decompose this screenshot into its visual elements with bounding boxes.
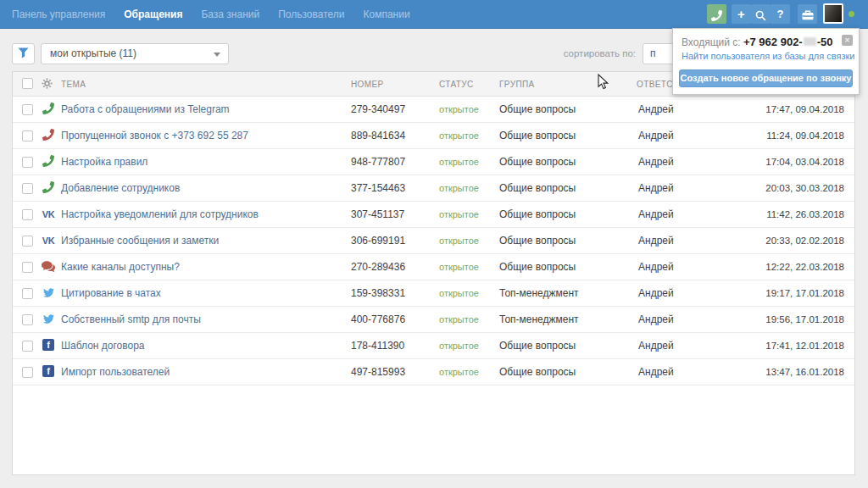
- ticket-assignee: Андрей: [638, 333, 674, 358]
- search-button[interactable]: [751, 4, 771, 24]
- row-checkbox[interactable]: [22, 157, 33, 168]
- ticket-date: 19:17, 17.01.2018: [765, 280, 844, 306]
- main-nav: Панель управленияОбращенияБаза знанийПол…: [12, 0, 410, 28]
- ticket-group: Общие вопросы: [499, 149, 576, 175]
- nav-item[interactable]: База знаний: [201, 8, 259, 20]
- ticket-row[interactable]: Добавление сотрудников377-154463открытое…: [13, 175, 854, 202]
- nav-item[interactable]: Компании: [364, 8, 410, 20]
- ticket-row[interactable]: fИмпорт пользователей497-815993открытоеО…: [13, 359, 854, 385]
- ticket-assignee: Андрей: [638, 97, 674, 122]
- row-checkbox[interactable]: [22, 314, 33, 325]
- row-checkbox[interactable]: [22, 288, 33, 299]
- ticket-row[interactable]: Цитирование в чатах159-398331открытоеТоп…: [13, 280, 854, 307]
- nav-item[interactable]: Панель управления: [12, 8, 105, 20]
- ticket-number: 178-411390: [351, 333, 404, 358]
- header-group[interactable]: ГРУППА: [499, 80, 535, 89]
- ticket-row[interactable]: Пропущенной звонок с +373 692 55 287889-…: [13, 123, 854, 149]
- channel-icon-cell: [40, 175, 57, 201]
- ticket-topic-link[interactable]: Шаблон договора: [61, 333, 145, 358]
- ticket-group: Общие вопросы: [499, 97, 576, 122]
- row-checkbox[interactable]: [22, 130, 33, 141]
- ticket-number: 400-776876: [351, 307, 405, 332]
- organization-button[interactable]: [798, 4, 817, 24]
- select-all-checkbox[interactable]: [22, 78, 33, 89]
- ticket-topic-link[interactable]: Работа с обращениями из Telegram: [61, 97, 230, 122]
- channel-icon-cell: [40, 97, 57, 122]
- nav-item[interactable]: Пользователи: [278, 8, 344, 20]
- search-icon: [755, 10, 766, 21]
- channel-icon-cell: f: [40, 359, 57, 385]
- header-status[interactable]: СТАТУС: [439, 80, 474, 89]
- gear-icon[interactable]: [42, 78, 53, 89]
- row-checkbox[interactable]: [22, 104, 33, 115]
- ticket-topic-link[interactable]: Цитирование в чатах: [61, 280, 161, 306]
- ticket-group: Общие вопросы: [499, 333, 576, 358]
- ticket-topic-link[interactable]: Какие каналы доступны?: [61, 254, 180, 280]
- ticket-number: 307-451137: [351, 202, 404, 227]
- incoming-call-line: Входящий с: +7 962 902--50: [682, 36, 833, 48]
- ticket-number: 948-777807: [351, 149, 405, 175]
- ticket-status: открытое: [439, 359, 479, 385]
- ticket-row[interactable]: Настройка правил948-777807открытоеОбщие …: [13, 149, 854, 175]
- ticket-topic-link[interactable]: Добавление сотрудников: [61, 175, 180, 201]
- phone-incoming-icon: [42, 181, 54, 193]
- ticket-assignee: Андрей: [638, 149, 674, 175]
- ticket-row[interactable]: Работа с обращениями из Telegram279-3404…: [13, 97, 854, 123]
- ticket-date: 17:41, 12.01.2018: [765, 333, 844, 358]
- ticket-date: 12:22, 22.03.2018: [765, 254, 844, 280]
- create-ticket-from-call-button[interactable]: Создать новое обращение по звонку: [679, 69, 853, 87]
- ticket-row[interactable]: VKИзбранные сообщения и заметки306-69919…: [13, 228, 854, 254]
- ticket-number: 279-340497: [351, 97, 405, 122]
- phone-incoming-icon: [42, 103, 54, 114]
- user-avatar[interactable]: [823, 3, 843, 24]
- help-button[interactable]: ?: [771, 4, 790, 24]
- ticket-group: Общие вопросы: [499, 359, 576, 385]
- ticket-topic-link[interactable]: Настройка уведомлений для сотрудников: [61, 202, 259, 227]
- ticket-number: 159-398331: [351, 280, 405, 306]
- ticket-status: открытое: [439, 333, 479, 358]
- view-filter-dropdown[interactable]: мои открытые (11): [41, 43, 229, 64]
- nav-item[interactable]: Обращения: [124, 8, 182, 20]
- ticket-status: открытое: [439, 228, 479, 253]
- channel-icon-cell: [40, 280, 57, 306]
- header-topic[interactable]: ТЕМА: [61, 80, 86, 89]
- close-icon[interactable]: ×: [842, 35, 853, 46]
- ticket-assignee: Андрей: [638, 280, 674, 306]
- ticket-topic-link[interactable]: Импорт пользователей: [61, 359, 170, 385]
- row-checkbox[interactable]: [22, 236, 33, 247]
- ticket-assignee: Андрей: [638, 254, 674, 280]
- row-checkbox[interactable]: [22, 367, 33, 378]
- ticket-row[interactable]: Собственный smtp для почты400-776876откр…: [13, 307, 854, 333]
- ticket-status: открытое: [439, 254, 479, 280]
- channel-icon-cell: f: [40, 333, 57, 358]
- ticket-date: 17:47, 09.04.2018: [765, 97, 844, 122]
- filter-button[interactable]: [12, 43, 35, 64]
- ticket-row[interactable]: VKНастройка уведомлений для сотрудников3…: [13, 202, 854, 228]
- ticket-topic-link[interactable]: Избранные сообщения и заметки: [61, 228, 219, 253]
- ticket-row[interactable]: Какие каналы доступны?270-289436открытое…: [13, 254, 854, 280]
- link-find-user[interactable]: Найти пользователя из базы для связки: [682, 51, 854, 61]
- row-checkbox[interactable]: [22, 209, 33, 220]
- table-body: Работа с обращениями из Telegram279-3404…: [13, 97, 854, 385]
- row-checkbox[interactable]: [22, 262, 33, 273]
- row-checkbox[interactable]: [22, 341, 33, 352]
- ticket-number: 889-841634: [351, 123, 405, 148]
- ticket-topic-link[interactable]: Пропущенной звонок с +373 692 55 287: [61, 123, 248, 148]
- ticket-topic-link[interactable]: Собственный smtp для почты: [61, 307, 201, 332]
- funnel-icon: [18, 47, 29, 58]
- top-navigation-bar: Панель управленияОбращенияБаза знанийПол…: [0, 0, 868, 29]
- chat-icon: [42, 261, 55, 272]
- phone-call-button[interactable]: [707, 4, 726, 24]
- ticket-assignee: Андрей: [638, 175, 674, 201]
- row-checkbox[interactable]: [22, 183, 33, 194]
- ticket-number: 497-815993: [351, 359, 405, 385]
- channel-icon-cell: [40, 254, 57, 280]
- incoming-call-popup: Входящий с: +7 962 902--50 × Найти польз…: [672, 28, 860, 95]
- header-number[interactable]: НОМЕР: [351, 80, 384, 89]
- ticket-row[interactable]: fШаблон договора178-411390открытоеОбщие …: [13, 333, 854, 359]
- twitter-icon: [42, 287, 55, 298]
- add-ticket-button[interactable]: +: [732, 4, 751, 24]
- caller-number-prefix: +7 962 902-: [743, 36, 803, 48]
- ticket-assignee: Андрей: [638, 228, 674, 253]
- ticket-topic-link[interactable]: Настройка правил: [61, 149, 147, 175]
